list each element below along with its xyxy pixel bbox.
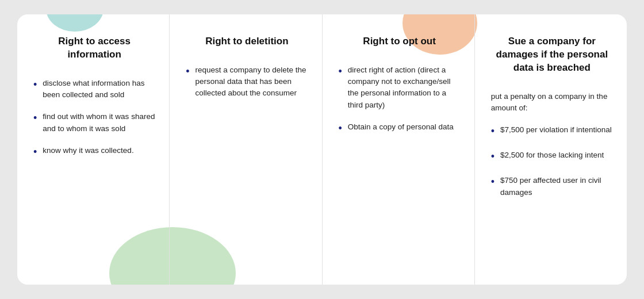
col-optout-list: direct right of action (direct a company… bbox=[339, 64, 461, 136]
list-item: $750 per affected user in civil damages bbox=[491, 175, 613, 198]
main-card: Right to access information disclose wha… bbox=[17, 14, 627, 285]
col-deletion-list: request a company to delete the personal… bbox=[186, 64, 308, 99]
col-sue: Sue a company for damages if the persona… bbox=[475, 14, 627, 285]
col-optout: Right to opt out direct right of action … bbox=[323, 14, 475, 285]
col-access-title: Right to access information bbox=[33, 35, 155, 62]
list-item: $7,500 per violation if intentional bbox=[491, 124, 613, 139]
list-item: Obtain a copy of personal data bbox=[339, 121, 461, 136]
col-sue-list: $7,500 per violation if intentional $2,5… bbox=[491, 124, 613, 198]
col-deletion: Right to deletition request a company to… bbox=[170, 14, 322, 285]
columns-container: Right to access information disclose wha… bbox=[17, 14, 627, 285]
list-item: disclose what information has been colle… bbox=[33, 78, 155, 101]
list-item: $2,500 for those lacking intent bbox=[491, 150, 613, 164]
list-item: request a company to delete the personal… bbox=[186, 64, 308, 99]
col-access: Right to access information disclose wha… bbox=[17, 14, 170, 285]
list-item: find out with whom it was shared and to … bbox=[33, 111, 155, 135]
col-access-list: disclose what information has been colle… bbox=[33, 78, 155, 160]
col-optout-title: Right to opt out bbox=[339, 35, 461, 48]
list-item: know why it was collected. bbox=[33, 145, 155, 160]
col-deletion-title: Right to deletition bbox=[186, 35, 308, 48]
col-sue-title: Sue a company for damages if the persona… bbox=[491, 35, 613, 75]
list-item: direct right of action (direct a company… bbox=[339, 64, 461, 111]
penalty-intro: put a penalty on a company in the amount… bbox=[491, 91, 613, 114]
